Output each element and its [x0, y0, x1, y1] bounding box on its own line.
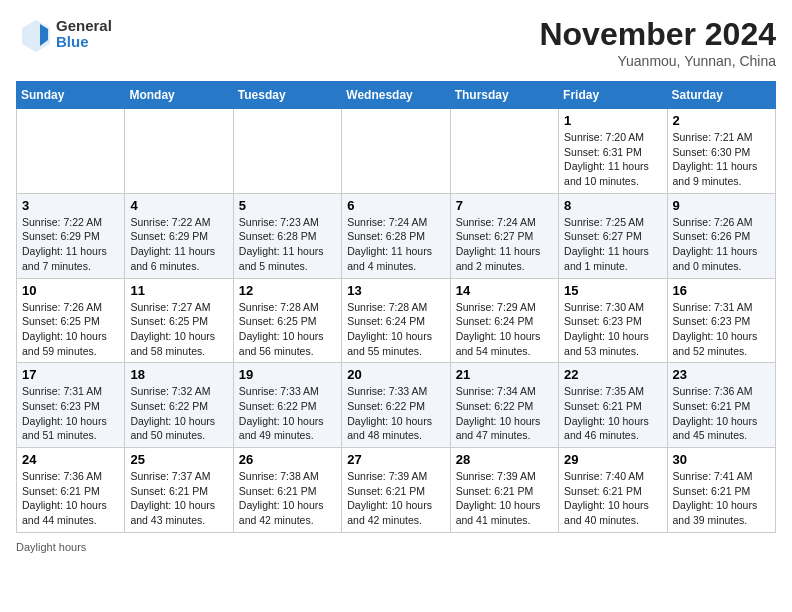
day-number: 13 [347, 283, 444, 298]
calendar-header-row: SundayMondayTuesdayWednesdayThursdayFrid… [17, 82, 776, 109]
logo-blue: Blue [56, 34, 112, 51]
day-number: 5 [239, 198, 336, 213]
day-number: 12 [239, 283, 336, 298]
calendar-day-header: Sunday [17, 82, 125, 109]
day-info: Sunrise: 7:20 AM Sunset: 6:31 PM Dayligh… [564, 130, 661, 189]
day-info: Sunrise: 7:39 AM Sunset: 6:21 PM Dayligh… [456, 469, 553, 528]
calendar-cell: 9Sunrise: 7:26 AM Sunset: 6:26 PM Daylig… [667, 193, 775, 278]
calendar-cell [17, 109, 125, 194]
day-info: Sunrise: 7:28 AM Sunset: 6:24 PM Dayligh… [347, 300, 444, 359]
calendar-day-header: Tuesday [233, 82, 341, 109]
day-info: Sunrise: 7:27 AM Sunset: 6:25 PM Dayligh… [130, 300, 227, 359]
day-number: 28 [456, 452, 553, 467]
day-number: 29 [564, 452, 661, 467]
day-info: Sunrise: 7:24 AM Sunset: 6:28 PM Dayligh… [347, 215, 444, 274]
calendar-week-row: 10Sunrise: 7:26 AM Sunset: 6:25 PM Dayli… [17, 278, 776, 363]
day-info: Sunrise: 7:26 AM Sunset: 6:26 PM Dayligh… [673, 215, 770, 274]
calendar-cell: 10Sunrise: 7:26 AM Sunset: 6:25 PM Dayli… [17, 278, 125, 363]
day-number: 19 [239, 367, 336, 382]
calendar-cell [233, 109, 341, 194]
day-info: Sunrise: 7:37 AM Sunset: 6:21 PM Dayligh… [130, 469, 227, 528]
day-info: Sunrise: 7:22 AM Sunset: 6:29 PM Dayligh… [22, 215, 119, 274]
calendar-cell: 26Sunrise: 7:38 AM Sunset: 6:21 PM Dayli… [233, 448, 341, 533]
calendar-cell: 11Sunrise: 7:27 AM Sunset: 6:25 PM Dayli… [125, 278, 233, 363]
calendar-cell: 19Sunrise: 7:33 AM Sunset: 6:22 PM Dayli… [233, 363, 341, 448]
calendar-cell: 16Sunrise: 7:31 AM Sunset: 6:23 PM Dayli… [667, 278, 775, 363]
day-number: 15 [564, 283, 661, 298]
logo-svg [16, 16, 52, 52]
day-info: Sunrise: 7:33 AM Sunset: 6:22 PM Dayligh… [347, 384, 444, 443]
calendar-day-header: Monday [125, 82, 233, 109]
day-number: 7 [456, 198, 553, 213]
day-info: Sunrise: 7:36 AM Sunset: 6:21 PM Dayligh… [673, 384, 770, 443]
calendar-cell: 21Sunrise: 7:34 AM Sunset: 6:22 PM Dayli… [450, 363, 558, 448]
calendar-cell: 13Sunrise: 7:28 AM Sunset: 6:24 PM Dayli… [342, 278, 450, 363]
day-info: Sunrise: 7:41 AM Sunset: 6:21 PM Dayligh… [673, 469, 770, 528]
day-info: Sunrise: 7:38 AM Sunset: 6:21 PM Dayligh… [239, 469, 336, 528]
day-info: Sunrise: 7:30 AM Sunset: 6:23 PM Dayligh… [564, 300, 661, 359]
logo-text-block: General Blue [56, 18, 112, 51]
day-number: 11 [130, 283, 227, 298]
day-number: 23 [673, 367, 770, 382]
day-number: 3 [22, 198, 119, 213]
calendar-cell: 28Sunrise: 7:39 AM Sunset: 6:21 PM Dayli… [450, 448, 558, 533]
calendar-cell [125, 109, 233, 194]
day-number: 22 [564, 367, 661, 382]
calendar-cell: 15Sunrise: 7:30 AM Sunset: 6:23 PM Dayli… [559, 278, 667, 363]
location: Yuanmou, Yunnan, China [539, 53, 776, 69]
day-number: 16 [673, 283, 770, 298]
day-info: Sunrise: 7:26 AM Sunset: 6:25 PM Dayligh… [22, 300, 119, 359]
day-number: 20 [347, 367, 444, 382]
calendar-cell [342, 109, 450, 194]
day-info: Sunrise: 7:23 AM Sunset: 6:28 PM Dayligh… [239, 215, 336, 274]
day-number: 25 [130, 452, 227, 467]
calendar-cell: 30Sunrise: 7:41 AM Sunset: 6:21 PM Dayli… [667, 448, 775, 533]
calendar-cell: 29Sunrise: 7:40 AM Sunset: 6:21 PM Dayli… [559, 448, 667, 533]
day-number: 17 [22, 367, 119, 382]
day-info: Sunrise: 7:39 AM Sunset: 6:21 PM Dayligh… [347, 469, 444, 528]
day-number: 26 [239, 452, 336, 467]
day-info: Sunrise: 7:22 AM Sunset: 6:29 PM Dayligh… [130, 215, 227, 274]
logo-general: General [56, 17, 112, 34]
day-info: Sunrise: 7:33 AM Sunset: 6:22 PM Dayligh… [239, 384, 336, 443]
calendar-cell: 5Sunrise: 7:23 AM Sunset: 6:28 PM Daylig… [233, 193, 341, 278]
calendar-cell: 1Sunrise: 7:20 AM Sunset: 6:31 PM Daylig… [559, 109, 667, 194]
footer-note: Daylight hours [16, 541, 776, 553]
page-header: General Blue November 2024 Yuanmou, Yunn… [16, 16, 776, 69]
calendar-cell: 3Sunrise: 7:22 AM Sunset: 6:29 PM Daylig… [17, 193, 125, 278]
daylight-label: Daylight hours [16, 541, 86, 553]
calendar-day-header: Saturday [667, 82, 775, 109]
title-block: November 2024 Yuanmou, Yunnan, China [539, 16, 776, 69]
calendar-cell: 23Sunrise: 7:36 AM Sunset: 6:21 PM Dayli… [667, 363, 775, 448]
day-info: Sunrise: 7:35 AM Sunset: 6:21 PM Dayligh… [564, 384, 661, 443]
day-info: Sunrise: 7:40 AM Sunset: 6:21 PM Dayligh… [564, 469, 661, 528]
calendar-cell: 2Sunrise: 7:21 AM Sunset: 6:30 PM Daylig… [667, 109, 775, 194]
calendar-cell: 7Sunrise: 7:24 AM Sunset: 6:27 PM Daylig… [450, 193, 558, 278]
calendar-cell: 12Sunrise: 7:28 AM Sunset: 6:25 PM Dayli… [233, 278, 341, 363]
calendar-cell: 24Sunrise: 7:36 AM Sunset: 6:21 PM Dayli… [17, 448, 125, 533]
calendar-cell: 6Sunrise: 7:24 AM Sunset: 6:28 PM Daylig… [342, 193, 450, 278]
calendar-cell: 25Sunrise: 7:37 AM Sunset: 6:21 PM Dayli… [125, 448, 233, 533]
day-number: 10 [22, 283, 119, 298]
day-info: Sunrise: 7:28 AM Sunset: 6:25 PM Dayligh… [239, 300, 336, 359]
calendar-cell [450, 109, 558, 194]
day-info: Sunrise: 7:36 AM Sunset: 6:21 PM Dayligh… [22, 469, 119, 528]
day-info: Sunrise: 7:31 AM Sunset: 6:23 PM Dayligh… [673, 300, 770, 359]
calendar-cell: 20Sunrise: 7:33 AM Sunset: 6:22 PM Dayli… [342, 363, 450, 448]
calendar-day-header: Wednesday [342, 82, 450, 109]
day-number: 2 [673, 113, 770, 128]
calendar-week-row: 3Sunrise: 7:22 AM Sunset: 6:29 PM Daylig… [17, 193, 776, 278]
day-info: Sunrise: 7:31 AM Sunset: 6:23 PM Dayligh… [22, 384, 119, 443]
calendar-week-row: 24Sunrise: 7:36 AM Sunset: 6:21 PM Dayli… [17, 448, 776, 533]
day-number: 27 [347, 452, 444, 467]
day-number: 8 [564, 198, 661, 213]
calendar-week-row: 1Sunrise: 7:20 AM Sunset: 6:31 PM Daylig… [17, 109, 776, 194]
day-info: Sunrise: 7:32 AM Sunset: 6:22 PM Dayligh… [130, 384, 227, 443]
calendar-cell: 17Sunrise: 7:31 AM Sunset: 6:23 PM Dayli… [17, 363, 125, 448]
day-number: 4 [130, 198, 227, 213]
day-number: 30 [673, 452, 770, 467]
day-number: 6 [347, 198, 444, 213]
calendar-cell: 14Sunrise: 7:29 AM Sunset: 6:24 PM Dayli… [450, 278, 558, 363]
day-number: 24 [22, 452, 119, 467]
calendar-cell: 27Sunrise: 7:39 AM Sunset: 6:21 PM Dayli… [342, 448, 450, 533]
